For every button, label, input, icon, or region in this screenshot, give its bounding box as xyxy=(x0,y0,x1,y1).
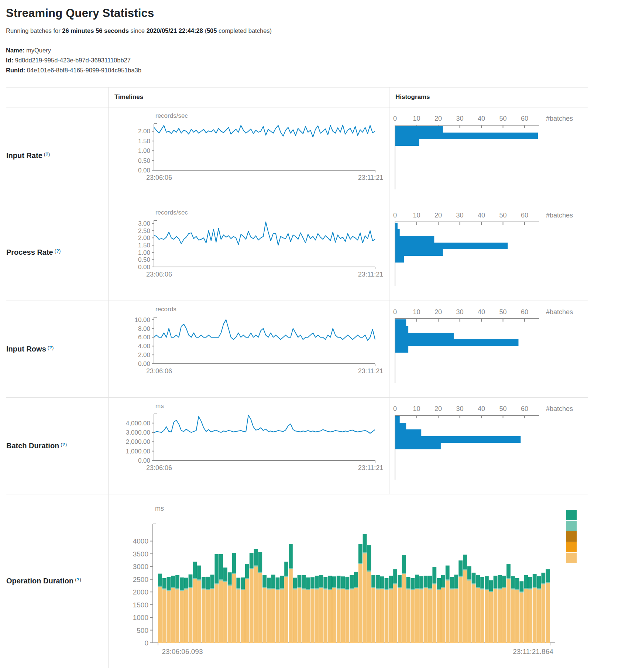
op-bar-segment xyxy=(424,588,428,643)
op-bar-segment xyxy=(302,575,306,589)
op-bar-segment xyxy=(332,576,336,587)
op-bar-segment xyxy=(533,588,537,643)
help-tooltip-trigger[interactable]: (?) xyxy=(48,345,54,350)
svg-text:60: 60 xyxy=(521,405,528,412)
svg-text:10: 10 xyxy=(413,405,420,412)
op-bar-segment xyxy=(341,576,345,588)
op-bar-segment xyxy=(206,590,210,643)
svg-text:0.00: 0.00 xyxy=(138,264,150,271)
svg-text:50: 50 xyxy=(499,405,506,412)
svg-text:500: 500 xyxy=(137,627,148,634)
svg-text:30: 30 xyxy=(456,212,463,219)
svg-text:23:11:21: 23:11:21 xyxy=(358,367,384,375)
op-bar-segment xyxy=(476,587,480,588)
op-bar-segment xyxy=(267,589,271,643)
op-bar-segment xyxy=(258,552,262,572)
op-bar-segment xyxy=(276,589,280,590)
question-mark-icon: ? xyxy=(45,151,48,157)
svg-text:1500: 1500 xyxy=(133,601,148,609)
op-bar-segment xyxy=(476,575,480,587)
op-bar-segment xyxy=(210,588,214,589)
op-bar-segment xyxy=(389,589,393,643)
query-info: Name: myQuery Id: 9d0dd219-995d-423e-b97… xyxy=(6,45,619,75)
op-bar-segment xyxy=(380,588,384,589)
operation-duration-chart: ms0500100015002000250030003500400023:06:… xyxy=(109,494,587,667)
op-bar-segment xyxy=(385,590,389,643)
op-bar-segment xyxy=(533,587,537,588)
op-bar-segment xyxy=(214,583,219,584)
op-bar-segment xyxy=(363,534,367,552)
op-bar-segment xyxy=(454,575,458,588)
op-bar-segment xyxy=(184,589,188,590)
op-bar-segment xyxy=(515,589,519,590)
svg-text:40: 40 xyxy=(478,115,485,122)
op-bar-segment xyxy=(385,589,389,590)
op-bar-segment xyxy=(310,577,315,588)
svg-text:0.50: 0.50 xyxy=(138,256,150,263)
timeline-chart: records/sec0.000.501.001.502.002.503.002… xyxy=(109,204,389,300)
timeline-chart: records0.002.004.006.008.0010.0023:06:06… xyxy=(109,301,389,397)
op-bar-segment xyxy=(506,564,511,578)
op-bar-segment xyxy=(511,589,515,590)
svg-text:1.00: 1.00 xyxy=(138,249,150,256)
legend-swatch xyxy=(566,553,577,563)
op-bar-segment xyxy=(302,589,306,643)
op-bar-segment xyxy=(515,590,519,643)
op-bar-segment xyxy=(293,589,297,590)
op-bar-segment xyxy=(467,580,471,643)
help-tooltip-trigger[interactable]: (?) xyxy=(55,248,61,254)
help-tooltip-trigger[interactable]: (?) xyxy=(44,151,50,157)
summary-text: Running batches for xyxy=(6,27,62,34)
op-bar-segment xyxy=(323,589,327,643)
op-bar-segment xyxy=(537,576,541,589)
op-bar-segment xyxy=(546,569,550,582)
op-bar-segment xyxy=(371,575,375,587)
histogram-chart: 0102030405060#batches xyxy=(389,204,587,300)
op-bar-segment xyxy=(528,577,532,589)
operation-duration-cell: ms0500100015002000250030003500400023:06:… xyxy=(109,494,588,668)
svg-text:0.00: 0.00 xyxy=(138,360,150,367)
op-bar-segment xyxy=(158,586,162,587)
op-bar-segment xyxy=(472,584,476,643)
op-bar-segment xyxy=(506,578,511,579)
op-bar-segment xyxy=(223,568,227,581)
svg-text:3000: 3000 xyxy=(133,563,148,570)
op-bar-segment xyxy=(437,589,441,590)
op-bar-segment xyxy=(363,552,367,553)
op-bar-segment xyxy=(262,588,267,643)
op-bar-segment xyxy=(171,587,175,588)
op-bar-segment xyxy=(284,562,288,576)
op-bar-segment xyxy=(424,587,428,588)
help-tooltip-trigger[interactable]: (?) xyxy=(75,577,81,582)
op-bar-segment xyxy=(214,554,219,583)
histogram-chart: 0102030405060#batches xyxy=(389,301,587,397)
op-bar-segment xyxy=(398,588,402,643)
op-bar-segment xyxy=(175,589,179,590)
op-bar-segment xyxy=(271,589,275,643)
op-bar-segment xyxy=(415,588,419,589)
svg-text:10: 10 xyxy=(413,308,420,316)
op-bar-segment xyxy=(189,588,193,643)
op-bar-segment xyxy=(533,574,537,587)
op-bar-segment xyxy=(306,577,310,589)
question-mark-icon: ? xyxy=(77,577,80,582)
svg-text:50: 50 xyxy=(499,308,506,316)
query-runid-line: RunId: 04e101e6-8bf8-4165-9099-9104c951b… xyxy=(6,65,619,75)
op-bar-segment xyxy=(310,589,315,643)
histogram-cell: 0102030405060#batches xyxy=(389,398,588,494)
svg-text:8.00: 8.00 xyxy=(138,325,150,332)
help-tooltip-trigger[interactable]: (?) xyxy=(61,442,67,447)
timelines-column-header: Timelines xyxy=(109,88,389,107)
op-bar-segment xyxy=(415,575,419,588)
op-bar-segment xyxy=(411,578,415,589)
op-bar-segment xyxy=(528,589,532,643)
op-bar-segment xyxy=(537,589,541,643)
svg-text:0: 0 xyxy=(144,639,148,647)
op-bar-segment xyxy=(219,580,223,643)
svg-text:4,000.00: 4,000.00 xyxy=(126,420,150,427)
metric-label-cell: Input Rate(?) xyxy=(6,107,109,204)
op-bar-segment xyxy=(171,576,175,587)
svg-text:10.00: 10.00 xyxy=(134,316,150,323)
histogram-chart: 0102030405060#batches xyxy=(389,398,587,493)
completed-batches-count: 505 xyxy=(207,27,217,34)
